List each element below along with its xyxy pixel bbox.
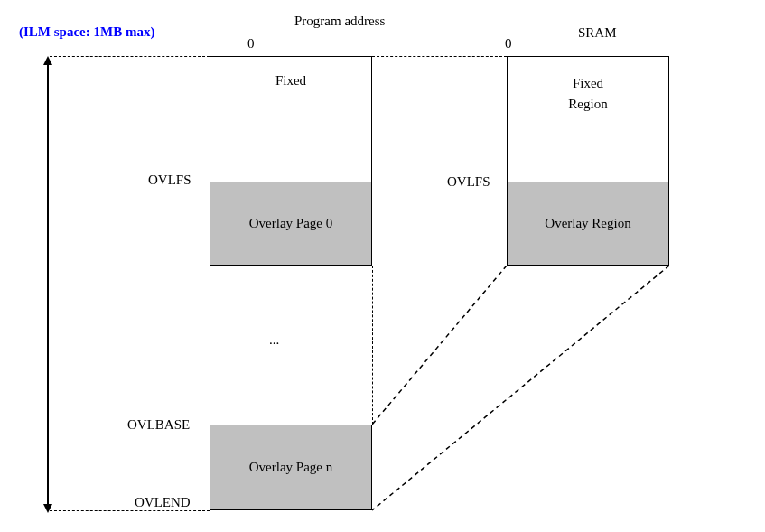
fixed-box: Fixed (210, 56, 372, 182)
overlay-region-box: Overlay Region (507, 182, 669, 266)
sram-header: SRAM (578, 25, 617, 41)
program-address-header: Program address (294, 14, 385, 29)
dashed-bottom-connector (50, 510, 210, 511)
range-arrow-head-down (43, 504, 52, 513)
fixed-label: Fixed (275, 73, 306, 89)
overlay-page-0-label: Overlay Page 0 (249, 216, 332, 231)
overlay-region-label: Overlay Region (545, 216, 630, 231)
ovlend-label: OVLEND (135, 495, 191, 510)
dashed-top-connector (50, 56, 210, 57)
dashed-ovlfs-between (372, 182, 507, 182)
svg-line-1 (372, 266, 669, 510)
ilm-space-note: (ILM space: 1MB max) (19, 24, 154, 40)
dashed-top-between (372, 56, 507, 57)
overlay-page-n-label: Overlay Page n (249, 460, 332, 475)
fixed-region-label: FixedRegion (568, 73, 607, 114)
fixed-region-box: FixedRegion (507, 56, 669, 182)
overlay-page-n-box: Overlay Page n (210, 425, 372, 510)
ovlbase-label: OVLBASE (127, 417, 190, 433)
ovlfs-left-label: OVLFS (148, 173, 191, 188)
overlay-page-0-box: Overlay Page 0 (210, 182, 372, 266)
dashed-left-slant (210, 266, 210, 425)
zero-left: 0 (247, 36, 255, 51)
ellipsis-label: ... (269, 332, 279, 348)
zero-right: 0 (505, 36, 512, 51)
dashed-far-right-slant-svg (372, 266, 672, 514)
range-arrow-line (47, 63, 49, 506)
dashed-mid-vertical (372, 266, 373, 425)
